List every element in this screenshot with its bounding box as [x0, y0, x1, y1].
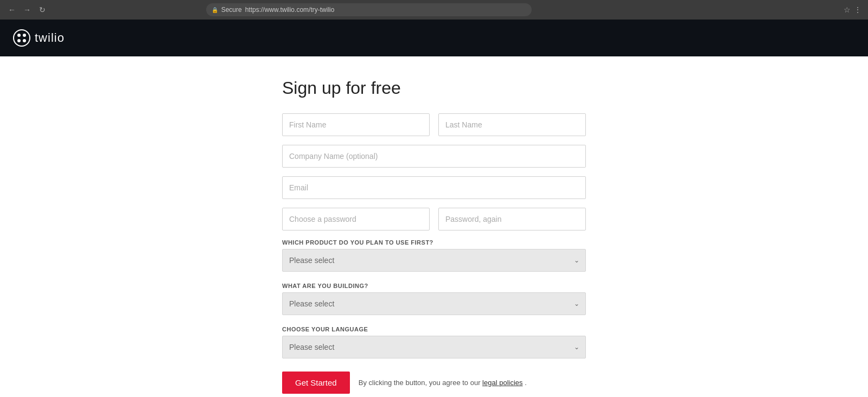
secure-icon: 🔒 — [212, 7, 218, 13]
product-select[interactable]: Please select — [282, 249, 586, 272]
language-section: CHOOSE YOUR LANGUAGE Please select ⌄ — [282, 326, 586, 358]
menu-icon[interactable]: ⋮ — [854, 5, 861, 14]
bookmark-icon[interactable]: ☆ — [844, 5, 851, 14]
building-section: WHAT ARE YOU BUILDING? Please select ⌄ — [282, 283, 586, 315]
legal-policies-link[interactable]: legal policies — [482, 379, 522, 387]
main-content: Sign up for free WHICH PRODUCT DO YOU PL… — [0, 56, 868, 397]
signup-form: Sign up for free WHICH PRODUCT DO YOU PL… — [282, 78, 586, 397]
company-group — [282, 145, 586, 168]
reload-button[interactable]: ↻ — [37, 4, 48, 15]
svg-point-1 — [17, 34, 21, 37]
browser-actions: ☆ ⋮ — [844, 5, 861, 14]
email-group — [282, 176, 586, 199]
name-row — [282, 113, 586, 136]
password-again-input[interactable] — [438, 208, 586, 230]
first-name-input[interactable] — [282, 113, 430, 136]
twilio-logo[interactable]: twilio — [13, 29, 65, 47]
email-input[interactable] — [282, 176, 586, 199]
product-dropdown-wrapper: Please select ⌄ — [282, 249, 586, 272]
language-label: CHOOSE YOUR LANGUAGE — [282, 326, 586, 332]
twilio-logo-text: twilio — [35, 31, 65, 45]
back-button[interactable]: ← — [7, 4, 17, 15]
form-title: Sign up for free — [282, 78, 586, 98]
svg-point-3 — [17, 39, 21, 42]
get-started-button[interactable]: Get Started — [282, 372, 350, 394]
address-bar[interactable]: 🔒 Secure https://www.twilio.com/try-twil… — [206, 3, 532, 16]
product-section: WHICH PRODUCT DO YOU PLAN TO USE FIRST? … — [282, 239, 586, 272]
product-label: WHICH PRODUCT DO YOU PLAN TO USE FIRST? — [282, 239, 586, 246]
url-full: https://www.twilio.com/try-twilio — [245, 6, 335, 14]
forward-button[interactable]: → — [22, 4, 33, 15]
language-select[interactable]: Please select — [282, 336, 586, 358]
building-select[interactable]: Please select — [282, 292, 586, 315]
svg-point-2 — [23, 34, 26, 37]
svg-point-0 — [14, 30, 30, 46]
twilio-logo-icon — [13, 29, 30, 47]
svg-point-4 — [23, 39, 26, 42]
legal-text: By clicking the button, you agree to our… — [359, 379, 527, 387]
last-name-input[interactable] — [438, 113, 586, 136]
company-name-input[interactable] — [282, 145, 586, 168]
building-label: WHAT ARE YOU BUILDING? — [282, 283, 586, 289]
password-row — [282, 208, 586, 230]
building-dropdown-wrapper: Please select ⌄ — [282, 292, 586, 315]
language-dropdown-wrapper: Please select ⌄ — [282, 336, 586, 358]
submit-section: Get Started By clicking the button, you … — [282, 372, 586, 394]
password-input[interactable] — [282, 208, 430, 230]
browser-chrome: ← → ↻ 🔒 Secure https://www.twilio.com/tr… — [0, 0, 868, 20]
url-text: Secure — [221, 6, 242, 14]
twilio-navbar: twilio — [0, 20, 868, 56]
